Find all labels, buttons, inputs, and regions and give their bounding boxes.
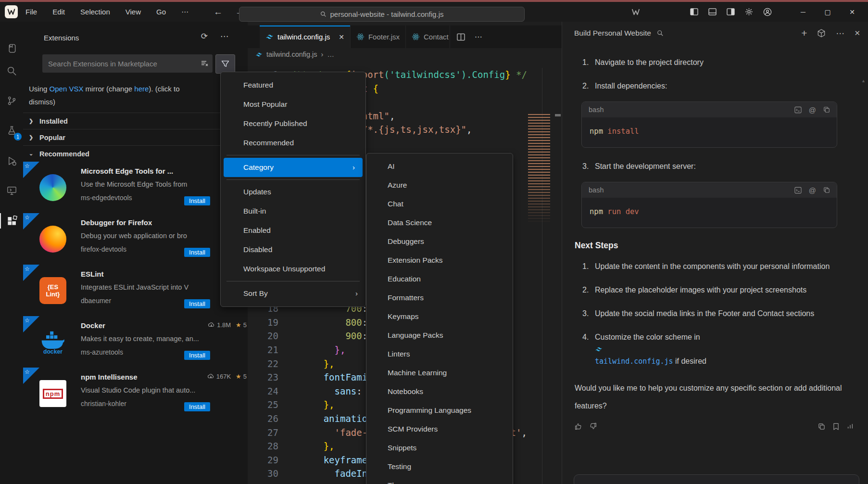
back-arrow-icon[interactable]: ← bbox=[214, 7, 223, 17]
category-item-linters[interactable]: Linters bbox=[366, 344, 513, 363]
extension-eslint[interactable]: ☆{ESLint}ESLint1.8MIntegrates ESLint Jav… bbox=[23, 265, 248, 316]
svg-text:docker: docker bbox=[43, 349, 63, 356]
thumbs-up-icon[interactable] bbox=[575, 422, 582, 430]
code-block-header: bash@ bbox=[582, 182, 837, 198]
filter-menu-item-most-popular[interactable]: Most Popular bbox=[221, 95, 365, 114]
filter-menu-item-category[interactable]: Category› bbox=[224, 158, 363, 177]
filter-menu-item-built-in[interactable]: Built-in bbox=[221, 202, 365, 221]
run-in-terminal-icon[interactable] bbox=[794, 106, 802, 114]
close-button[interactable]: ✕ bbox=[845, 8, 859, 16]
windsurf-mark-icon bbox=[631, 9, 640, 15]
copy-message-icon[interactable] bbox=[818, 423, 825, 430]
tab-footer-jsx[interactable]: Footer.jsx bbox=[351, 25, 406, 48]
toggle-panel-icon[interactable] bbox=[708, 8, 717, 15]
category-item-scm-providers[interactable]: SCM Providers bbox=[366, 420, 513, 438]
category-item-formatters[interactable]: Formatters bbox=[366, 288, 513, 307]
source-control-icon[interactable] bbox=[0, 89, 23, 112]
install-button[interactable]: Install bbox=[184, 351, 210, 360]
close-tab-icon[interactable]: ✕ bbox=[339, 33, 344, 41]
flask-icon[interactable]: 1 bbox=[0, 119, 23, 141]
explorer-icon[interactable] bbox=[0, 38, 23, 60]
breadcrumb[interactable]: tailwind.config.js › … bbox=[255, 51, 334, 58]
category-item-chat[interactable]: Chat bbox=[366, 194, 513, 213]
category-item-extension-packs[interactable]: Extension Packs bbox=[366, 251, 513, 269]
windsurf-logo[interactable] bbox=[5, 5, 18, 18]
category-item-programming-languages[interactable]: Programming Languages bbox=[366, 401, 513, 420]
list-item-text: Start the development server: bbox=[595, 158, 696, 174]
mention-icon[interactable]: @ bbox=[809, 187, 816, 194]
settings-gear-icon[interactable] bbox=[745, 8, 753, 16]
copy-code-icon[interactable] bbox=[823, 106, 830, 114]
extension-npm-intellisense[interactable]: ☆npmnpm Intellisense167K★5Visual Studio … bbox=[23, 368, 248, 419]
toggle-primary-sidebar-icon[interactable] bbox=[690, 8, 698, 15]
tab-tailwind-config[interactable]: tailwind.config.js ✕ bbox=[260, 25, 351, 48]
category-item-debuggers[interactable]: Debuggers bbox=[366, 232, 513, 251]
command-center-search[interactable]: personal-website - tailwind.config.js bbox=[239, 7, 525, 22]
extension-publisher: christian-kohler bbox=[81, 400, 126, 408]
category-item-azure[interactable]: Azure bbox=[366, 176, 513, 194]
category-item-ai[interactable]: AI bbox=[366, 157, 513, 176]
filter-menu-item-recently-published[interactable]: Recently Published bbox=[221, 114, 365, 133]
filter-menu-item-disabled[interactable]: Disabled bbox=[221, 240, 365, 259]
chat-input-box[interactable] bbox=[574, 474, 859, 484]
scroll-up-icon[interactable]: ▲ bbox=[861, 78, 866, 83]
copy-code-icon[interactable] bbox=[823, 187, 830, 194]
filter-menu-item-workspace-unsupported[interactable]: Workspace Unsupported bbox=[221, 259, 365, 279]
new-chat-icon[interactable]: + bbox=[801, 27, 807, 39]
extension-docker[interactable]: ☆dockerDocker1.8M★5Makes it easy to crea… bbox=[23, 316, 248, 368]
menubar-item-selection[interactable]: Selection bbox=[80, 8, 110, 16]
category-item-data-science[interactable]: Data Science bbox=[366, 213, 513, 232]
install-button[interactable]: Install bbox=[184, 402, 210, 411]
menubar-item-view[interactable]: View bbox=[126, 8, 141, 16]
category-item-machine-learning[interactable]: Machine Learning bbox=[366, 363, 513, 382]
maximize-button[interactable]: ▢ bbox=[820, 8, 835, 16]
category-item-language-packs[interactable]: Language Packs bbox=[366, 326, 513, 344]
extension-name: Docker bbox=[81, 321, 105, 330]
run-debug-icon[interactable] bbox=[0, 150, 23, 172]
extension-debugger-for-firefox[interactable]: ☆Debugger for Firefox81KDebug your web a… bbox=[23, 213, 248, 265]
search-activity-icon[interactable] bbox=[0, 60, 23, 82]
category-item-notebooks[interactable]: Notebooks bbox=[366, 382, 513, 401]
filter-menu-item-updates[interactable]: Updates bbox=[221, 182, 365, 202]
toggle-secondary-sidebar-icon[interactable] bbox=[727, 8, 735, 15]
mention-icon[interactable]: @ bbox=[809, 106, 816, 114]
menubar-item-file[interactable]: File bbox=[25, 8, 37, 16]
code-block-body[interactable]: npm run dev bbox=[582, 198, 837, 228]
scrollbar-thumb[interactable] bbox=[555, 114, 561, 116]
category-item-education[interactable]: Education bbox=[366, 269, 513, 288]
minimize-button[interactable]: ─ bbox=[796, 8, 810, 16]
install-button[interactable]: Install bbox=[184, 196, 210, 205]
split-editor-icon[interactable] bbox=[457, 33, 465, 41]
install-button[interactable]: Install bbox=[184, 299, 210, 308]
account-icon[interactable] bbox=[763, 8, 772, 16]
tailwind-icon bbox=[255, 51, 263, 58]
extension-microsoft-edge-tools-for[interactable]: ☆Microsoft Edge Tools for ...Use the Mic… bbox=[23, 162, 248, 213]
bookmark-icon[interactable] bbox=[833, 423, 839, 430]
chat-more-icon[interactable]: ⋯ bbox=[836, 28, 844, 38]
tab-contact[interactable]: Contact bbox=[406, 25, 450, 48]
package-icon[interactable] bbox=[817, 29, 826, 38]
stats-icon[interactable] bbox=[847, 423, 854, 430]
chat-close-icon[interactable]: ✕ bbox=[854, 29, 860, 38]
code-block-body[interactable]: npm install bbox=[582, 117, 837, 147]
chat-search-icon[interactable] bbox=[657, 30, 664, 37]
filter-menu-item-enabled[interactable]: Enabled bbox=[221, 221, 365, 240]
editor-more-actions-icon[interactable]: ⋯ bbox=[475, 32, 482, 41]
category-item-keymaps[interactable]: Keymaps bbox=[366, 307, 513, 326]
category-item-themes[interactable]: Themes bbox=[366, 476, 513, 484]
menubar-item-[interactable]: ⋯ bbox=[181, 8, 189, 16]
menubar-item-edit[interactable]: Edit bbox=[52, 8, 65, 16]
remote-explorer-icon[interactable] bbox=[0, 179, 23, 202]
thumbs-down-icon[interactable] bbox=[589, 422, 597, 430]
code-language-label: bash bbox=[589, 186, 794, 194]
menubar-item-go[interactable]: Go bbox=[156, 8, 166, 16]
category-item-testing[interactable]: Testing bbox=[366, 457, 513, 476]
extensions-icon[interactable] bbox=[0, 210, 23, 232]
run-in-terminal-icon[interactable] bbox=[794, 187, 802, 194]
filter-menu-item-featured[interactable]: Featured bbox=[221, 76, 365, 95]
minimap[interactable] bbox=[528, 114, 550, 229]
install-button[interactable]: Install bbox=[184, 248, 210, 257]
category-item-snippets[interactable]: Snippets bbox=[366, 438, 513, 457]
filter-menu-item-sort-by[interactable]: Sort By› bbox=[221, 284, 365, 303]
filter-menu-item-recommended[interactable]: Recommended bbox=[221, 133, 365, 153]
